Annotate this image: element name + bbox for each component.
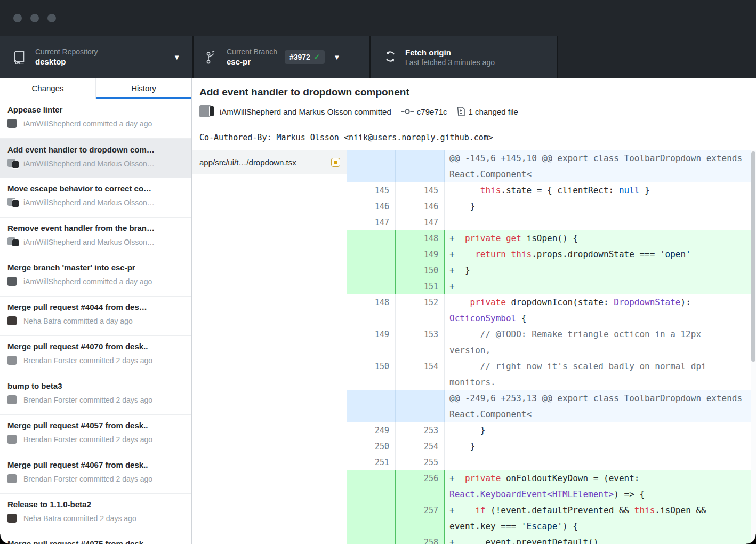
code-segment: 'open' xyxy=(660,249,691,259)
diff-added-row: 256+ private onFoldoutKeyDown = (event: … xyxy=(347,470,756,502)
diff-content: app/src/ui/t…/dropdown.tsx @@ -145,6 +14… xyxy=(192,150,756,544)
avatar-image xyxy=(12,161,19,168)
fetch-title: Fetch origin xyxy=(405,47,495,58)
old-line-number xyxy=(347,390,396,422)
new-line-number: 258 xyxy=(396,534,445,544)
history-commit-item[interactable]: Merge pull request #4044 from des…Neha B… xyxy=(0,297,191,336)
code-segment xyxy=(501,233,506,243)
new-line-number xyxy=(396,390,445,422)
commit-item-title: Merge branch 'master' into esc-pr xyxy=(7,263,184,272)
scrollbar-thumb[interactable] xyxy=(751,151,755,362)
toolbar: Current Repository desktop ▼ Current Bra… xyxy=(0,36,756,78)
new-line-number: 147 xyxy=(396,214,445,230)
new-line-number: 154 xyxy=(396,358,445,390)
file-path: app/src/ui/t…/dropdown.tsx xyxy=(199,158,296,167)
commit-item-title: Merge pull request #4075 from desk.. xyxy=(7,539,184,544)
new-line-number: 149 xyxy=(396,246,445,262)
git-commit-icon xyxy=(401,108,414,115)
code-segment: this xyxy=(480,185,501,195)
code-segment: OcticonSymbol xyxy=(449,313,516,323)
history-commit-item[interactable]: Merge pull request #4057 from desk..Bren… xyxy=(0,415,191,454)
history-commit-item[interactable]: bump to beta3Brendan Forster committed 2… xyxy=(0,375,191,415)
avatar-image xyxy=(12,239,19,246)
old-line-number xyxy=(347,502,396,534)
fetch-subtitle: Last fetched 3 minutes ago xyxy=(405,58,495,67)
commit-item-byline: Neha Batra committed a day ago xyxy=(23,317,133,325)
commit-item-title: Merge pull request #4057 from desk.. xyxy=(7,421,184,430)
code-segment: dropdownIcon(state: xyxy=(506,297,614,307)
code-segment: ) { xyxy=(562,521,578,531)
code-segment: + xyxy=(449,233,465,243)
fetch-origin-button[interactable]: Fetch origin Last fetched 3 minutes ago xyxy=(371,36,557,78)
zoom-button[interactable] xyxy=(47,14,56,22)
code-segment: // @TODO: Remake triangle octicon in a 1… xyxy=(449,329,706,355)
close-button[interactable] xyxy=(13,14,22,22)
code-segment: return xyxy=(475,249,506,259)
diff-context-row: 147147 xyxy=(347,214,756,230)
diff-context-row: 251255 xyxy=(347,454,756,470)
changed-files-list: app/src/ui/t…/dropdown.tsx xyxy=(192,150,347,544)
toolbar-empty-area xyxy=(558,36,756,78)
history-commit-item[interactable]: Move escape behavior to correct co…iAmWi… xyxy=(0,178,191,218)
scrollbar-track[interactable] xyxy=(751,150,756,544)
new-line-number: 151 xyxy=(396,278,445,294)
avatar xyxy=(7,474,19,484)
history-commit-item[interactable]: Merge pull request #4075 from desk..Bren… xyxy=(0,533,191,544)
commit-item-meta: iAmWillShepherd and Markus Olsson… xyxy=(7,158,184,169)
code-segment: ) => { xyxy=(614,489,645,499)
diff-viewer[interactable]: @@ -145,6 +145,10 @@ export class Toolba… xyxy=(347,150,756,544)
commit-item-byline: iAmWillShepherd and Markus Olsson… xyxy=(23,198,155,207)
code-segment: private xyxy=(470,297,506,307)
changed-file-item[interactable]: app/src/ui/t…/dropdown.tsx xyxy=(192,150,347,174)
code-line: + } xyxy=(445,262,756,278)
code-line: + private get isOpen() { xyxy=(445,230,756,246)
diff-added-row: 149+ return this.props.dropdownState ===… xyxy=(347,246,756,262)
history-commit-item[interactable]: Merge branch 'master' into esc-priAmWill… xyxy=(0,257,191,297)
commit-history-list[interactable]: Appease linteriAmWillShepherd committed … xyxy=(0,99,191,544)
repository-switcher-button[interactable]: Current Repository desktop ▼ xyxy=(0,36,192,78)
tab-history[interactable]: History xyxy=(95,78,191,99)
avatar-image xyxy=(12,200,19,207)
commit-item-byline: iAmWillShepherd committed a day ago xyxy=(23,119,152,128)
commit-item-byline: Neha Batra committed 2 days ago xyxy=(23,514,136,523)
commit-item-title: Move escape behavior to correct co… xyxy=(7,184,184,193)
code-line: + return this.props.dropdownState === 'o… xyxy=(445,246,756,262)
branch-switcher-button[interactable]: Current Branch esc-pr #3972 ✓ ▼ xyxy=(194,36,369,78)
code-segment: DropdownState xyxy=(614,297,680,307)
new-line-number: 153 xyxy=(396,326,445,358)
avatar-image xyxy=(7,514,17,523)
tab-changes[interactable]: Changes xyxy=(0,78,95,99)
code-line xyxy=(445,454,756,470)
commit-sha: c79e71c xyxy=(417,107,447,116)
branch-text: Current Branch esc-pr xyxy=(227,47,277,67)
commit-item-meta: Neha Batra committed 2 days ago xyxy=(7,513,184,524)
avatar-image xyxy=(7,435,17,444)
commit-item-meta: Brendan Forster committed 2 days ago xyxy=(7,355,184,366)
code-line: + xyxy=(445,278,756,294)
code-segment: + xyxy=(449,473,465,483)
commit-item-meta: iAmWillShepherd and Markus Olsson… xyxy=(7,237,184,247)
code-segment: this xyxy=(511,249,532,259)
hunk-header-row: @@ -249,6 +253,13 @@ export class Toolba… xyxy=(347,390,756,422)
pull-request-badge[interactable]: #3972 ✓ xyxy=(285,50,325,64)
history-commit-item[interactable]: Add event handler to dropdown com…iAmWil… xyxy=(0,139,191,178)
diff-file-icon xyxy=(457,107,465,116)
commit-item-meta: iAmWillShepherd and Markus Olsson… xyxy=(7,197,184,208)
code-segment: } xyxy=(449,425,485,435)
code-segment: @@ -249,6 +253,13 @@ export class Toolba… xyxy=(449,393,747,419)
avatar xyxy=(210,106,214,116)
history-commit-item[interactable]: Merge pull request #4067 from desk..Bren… xyxy=(0,454,191,494)
minimize-button[interactable] xyxy=(30,14,39,22)
app-window: Current Repository desktop ▼ Current Bra… xyxy=(0,0,756,544)
history-commit-item[interactable]: Merge pull request #4070 from desk..Bren… xyxy=(0,336,191,375)
new-line-number: 152 xyxy=(396,294,445,326)
history-commit-item[interactable]: Remove event handler from the bran…iAmWi… xyxy=(0,218,191,257)
code-segment: this xyxy=(634,505,655,515)
fetch-text: Fetch origin Last fetched 3 minutes ago xyxy=(405,47,495,67)
history-commit-item[interactable]: Release to 1.1.0-beta2Neha Batra committ… xyxy=(0,494,191,533)
history-commit-item[interactable]: Appease linteriAmWillShepherd committed … xyxy=(0,99,191,139)
code-line: this.state = { clientRect: null } xyxy=(445,182,756,198)
avatar xyxy=(7,513,19,524)
code-line: } xyxy=(445,422,756,438)
avatar xyxy=(7,395,19,405)
